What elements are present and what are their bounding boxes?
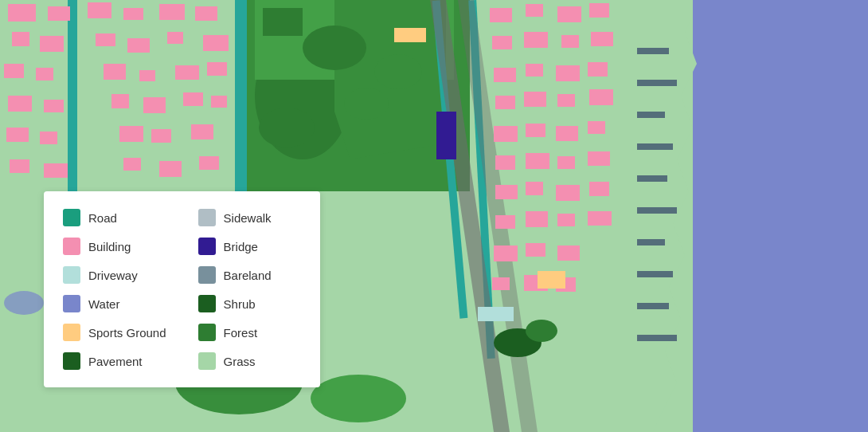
svg-rect-30 [139, 70, 155, 81]
svg-rect-26 [203, 35, 229, 51]
svg-rect-17 [88, 2, 111, 18]
svg-rect-32 [207, 62, 227, 76]
svg-rect-96 [637, 80, 677, 86]
legend-label: Pavement [88, 355, 143, 368]
svg-point-92 [374, 54, 422, 89]
svg-rect-37 [183, 92, 203, 106]
svg-rect-60 [588, 62, 608, 77]
svg-rect-75 [556, 185, 580, 201]
svg-rect-18 [123, 8, 143, 20]
svg-rect-90 [263, 8, 303, 36]
svg-rect-21 [12, 32, 29, 46]
svg-rect-99 [637, 175, 667, 182]
svg-rect-69 [495, 155, 515, 170]
legend-swatch [198, 266, 216, 284]
legend-swatch [198, 352, 216, 370]
svg-rect-82 [526, 243, 545, 257]
svg-rect-27 [4, 64, 24, 78]
svg-rect-16 [48, 6, 70, 21]
legend-label: Bridge [224, 240, 258, 253]
legend-swatch [63, 209, 80, 226]
svg-rect-15 [8, 4, 36, 22]
svg-rect-95 [637, 48, 669, 54]
svg-rect-64 [589, 89, 613, 105]
svg-rect-49 [490, 8, 512, 22]
legend-swatch [63, 324, 80, 341]
svg-rect-51 [557, 6, 581, 22]
svg-rect-45 [44, 163, 68, 178]
svg-point-94 [344, 88, 389, 120]
svg-rect-40 [40, 132, 57, 144]
legend-swatch [63, 352, 80, 370]
legend-label: Sidewalk [224, 211, 272, 225]
svg-rect-53 [492, 36, 512, 49]
svg-rect-19 [159, 4, 185, 20]
svg-rect-102 [637, 271, 673, 277]
svg-rect-78 [526, 211, 548, 227]
svg-rect-81 [494, 245, 518, 261]
legend-item-road: Road [63, 206, 166, 230]
legend-item-shrub: Shrub [198, 292, 302, 316]
svg-rect-104 [637, 335, 677, 341]
svg-rect-33 [8, 96, 32, 112]
svg-rect-43 [191, 124, 213, 139]
svg-rect-97 [637, 112, 665, 118]
svg-rect-22 [40, 36, 64, 52]
svg-rect-50 [526, 4, 543, 17]
svg-rect-66 [526, 124, 545, 137]
legend-swatch [63, 295, 80, 312]
svg-rect-52 [589, 3, 609, 18]
svg-rect-98 [637, 143, 673, 150]
legend-item-forest: Forest [198, 320, 302, 344]
svg-point-93 [259, 108, 315, 147]
svg-rect-73 [495, 185, 518, 199]
svg-rect-80 [588, 211, 612, 226]
legend-label: Building [88, 240, 131, 253]
legend-item-pavement: Pavement [63, 349, 166, 373]
svg-rect-79 [557, 214, 575, 226]
legend-item-water: Water [63, 292, 166, 316]
svg-rect-70 [526, 153, 549, 169]
svg-rect-41 [119, 126, 143, 142]
legend-item-sidewalk: Sidewalk [198, 206, 302, 230]
svg-rect-84 [492, 277, 510, 290]
legend-swatch [63, 266, 80, 284]
legend-item-bridge: Bridge [198, 234, 302, 258]
legend-swatch [198, 238, 216, 255]
svg-rect-74 [526, 182, 543, 195]
legend-item-building: Building [63, 234, 166, 258]
svg-rect-62 [524, 92, 546, 107]
legend-item-bareland: Bareland [198, 263, 302, 287]
legend-item-grass: Grass [198, 349, 302, 373]
map-legend: RoadSidewalkBuildingBridgeDrivewayBarela… [44, 191, 320, 387]
svg-rect-44 [10, 159, 29, 173]
legend-label: Bareland [224, 269, 272, 282]
legend-item-driveway: Driveway [63, 263, 166, 287]
svg-rect-20 [195, 6, 217, 21]
svg-rect-10 [235, 0, 247, 199]
svg-rect-48 [199, 156, 219, 170]
svg-rect-35 [111, 94, 129, 108]
legend-label: Forest [224, 326, 258, 340]
svg-rect-103 [637, 303, 669, 309]
legend-label: Driveway [88, 269, 138, 282]
svg-rect-61 [495, 96, 515, 109]
svg-rect-28 [36, 68, 53, 81]
svg-rect-56 [591, 32, 613, 46]
svg-rect-76 [589, 182, 609, 196]
svg-rect-89 [478, 307, 514, 321]
svg-rect-58 [526, 64, 543, 77]
svg-rect-42 [151, 129, 171, 143]
svg-rect-47 [159, 161, 182, 177]
svg-rect-71 [557, 156, 575, 169]
legend-label: Shrub [224, 297, 256, 311]
svg-rect-55 [561, 35, 579, 48]
svg-rect-34 [44, 100, 64, 112]
legend-label: Water [88, 297, 119, 311]
svg-rect-36 [143, 97, 166, 113]
svg-rect-31 [175, 65, 199, 80]
svg-rect-101 [637, 239, 665, 245]
legend-label: Sports Ground [88, 326, 166, 340]
svg-rect-63 [557, 94, 575, 107]
legend-swatch [198, 295, 216, 312]
